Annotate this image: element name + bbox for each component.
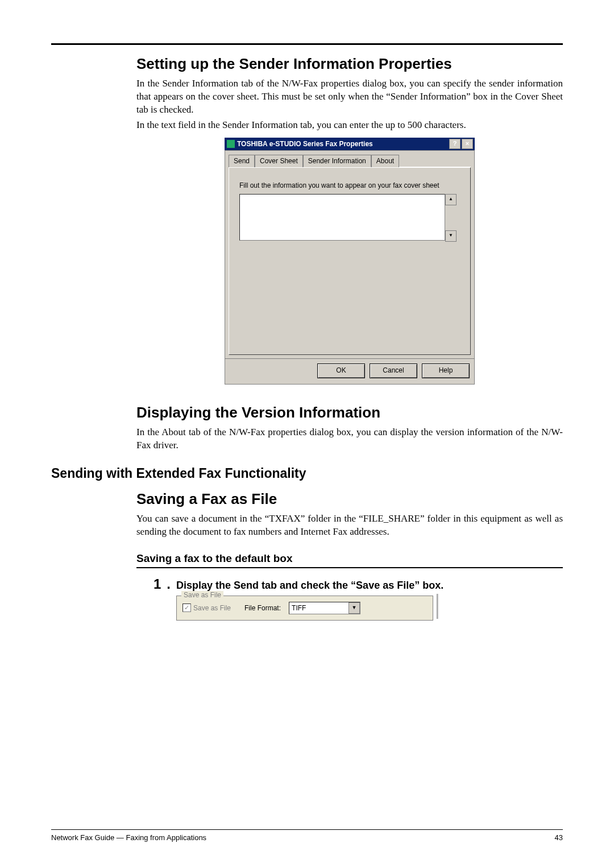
heading-sender-info: Setting up the Sender Information Proper… — [136, 55, 563, 73]
save-as-file-checkbox[interactable]: ✓ Save as File — [182, 604, 231, 612]
titlebar-help-button[interactable]: ? — [449, 139, 460, 149]
textarea-scrollbar[interactable]: ▲ ▼ — [445, 194, 457, 242]
crop-bar-icon — [437, 594, 438, 619]
subsection-underline — [136, 567, 563, 568]
tab-sender-information[interactable]: Sender Information — [303, 155, 371, 167]
heading-version-info: Displaying the Version Information — [136, 404, 563, 421]
checkbox-label: Save as File — [193, 604, 231, 612]
section-extended-fax: Sending with Extended Fax Functionality — [51, 466, 563, 481]
chevron-down-icon: ▼ — [349, 602, 360, 614]
cancel-button[interactable]: Cancel — [370, 363, 417, 378]
scroll-up-icon[interactable]: ▲ — [445, 194, 457, 205]
heading-save-as-file: Saving a Fax as File — [136, 490, 563, 508]
para-sender-2: In the text field in the Sender Informat… — [136, 119, 563, 132]
save-as-file-groupbox: Save as File ✓ Save as File File Format:… — [176, 596, 433, 621]
subsection-default-box: Saving a fax to the default box — [136, 552, 563, 565]
footer-page-number: 43 — [555, 833, 563, 842]
file-format-select[interactable]: TIFF ▼ — [289, 602, 360, 614]
step-dot: . — [167, 576, 171, 592]
groupbox-legend: Save as File — [181, 591, 223, 599]
step-number: 1 — [154, 576, 161, 592]
dialog-titlebar: TOSHIBA e-STUDIO Series Fax Properties ?… — [225, 138, 475, 150]
helper-text: Fill out the information you want to app… — [239, 181, 460, 189]
fax-properties-dialog: TOSHIBA e-STUDIO Series Fax Properties ?… — [225, 138, 475, 385]
top-rule — [51, 43, 563, 45]
tab-about[interactable]: About — [371, 155, 399, 167]
checkbox-check-icon: ✓ — [182, 604, 191, 612]
tab-cover-sheet[interactable]: Cover Sheet — [255, 155, 303, 167]
file-format-value: TIFF — [292, 604, 306, 612]
app-icon — [227, 140, 235, 148]
dialog-title: TOSHIBA e-STUDIO Series Fax Properties — [237, 140, 373, 148]
dialog-footer: OK Cancel Help — [225, 359, 475, 385]
help-button[interactable]: Help — [422, 363, 470, 378]
footer-left: Network Fax Guide — Faxing from Applicat… — [51, 833, 206, 842]
titlebar-close-button[interactable]: × — [462, 139, 473, 149]
para-save-as-file: You can save a document in the “TXFAX” f… — [136, 512, 563, 539]
step-text: Display the Send tab and check the “Save… — [176, 580, 443, 592]
para-sender-1: In the Sender Information tab of the N/W… — [136, 77, 563, 117]
dialog-body: Send Cover Sheet Sender Information Abou… — [225, 150, 475, 359]
tab-send[interactable]: Send — [229, 155, 255, 167]
para-version: In the About tab of the N/W-Fax properti… — [136, 426, 563, 452]
step-1-row: 1. Display the Send tab and check the “S… — [154, 576, 563, 592]
ok-button[interactable]: OK — [317, 363, 365, 378]
file-format-label: File Format: — [244, 604, 281, 612]
tab-panel: Fill out the information you want to app… — [229, 167, 471, 355]
scroll-down-icon[interactable]: ▼ — [445, 230, 457, 242]
page-footer: Network Fax Guide — Faxing from Applicat… — [51, 829, 563, 842]
dialog-tabs: Send Cover Sheet Sender Information Abou… — [229, 154, 471, 167]
sender-info-textarea[interactable] — [239, 194, 445, 241]
